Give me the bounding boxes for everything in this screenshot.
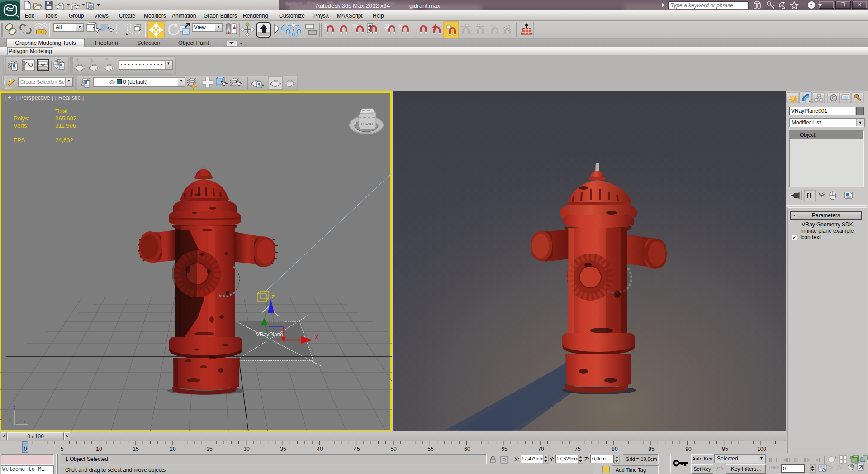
svg-text:65: 65 <box>501 446 508 452</box>
svg-text:y: y <box>9 417 11 422</box>
svg-text:B: B <box>90 58 94 64</box>
svg-text:VRayPlane: VRayPlane <box>256 331 283 338</box>
svg-text:10: 10 <box>96 446 102 452</box>
svg-text:45: 45 <box>354 446 360 452</box>
svg-text:ABC: ABC <box>5 86 12 90</box>
svg-text:50: 50 <box>390 446 397 452</box>
svg-text:?: ? <box>810 2 813 9</box>
svg-text:z: z <box>13 405 15 410</box>
svg-text:0: 0 <box>24 446 27 452</box>
svg-text:85: 85 <box>648 446 655 452</box>
svg-text:100: 100 <box>757 446 766 452</box>
svg-text:x: x <box>24 419 26 424</box>
svg-text:5: 5 <box>61 446 64 452</box>
svg-text:15: 15 <box>133 446 139 452</box>
svg-text:30: 30 <box>243 446 250 452</box>
svg-text:A: A <box>76 58 79 64</box>
svg-text:20: 20 <box>170 446 176 452</box>
svg-text:FRONT: FRONT <box>361 122 374 126</box>
svg-text:E: E <box>383 121 384 124</box>
svg-text:60: 60 <box>464 446 470 452</box>
svg-text:z: z <box>272 293 275 300</box>
svg-text:95: 95 <box>722 446 728 452</box>
svg-text:70: 70 <box>538 446 544 452</box>
svg-text:40: 40 <box>317 446 323 452</box>
svg-text:W: W <box>348 121 351 124</box>
svg-text:75: 75 <box>574 446 581 452</box>
svg-text:90: 90 <box>685 446 692 452</box>
svg-text:C: C <box>105 58 109 64</box>
svg-text:x: x <box>315 334 318 340</box>
svg-text:25: 25 <box>206 446 213 452</box>
svg-text:55: 55 <box>427 446 434 452</box>
svg-text:80: 80 <box>612 446 618 452</box>
svg-text:35: 35 <box>280 446 286 452</box>
